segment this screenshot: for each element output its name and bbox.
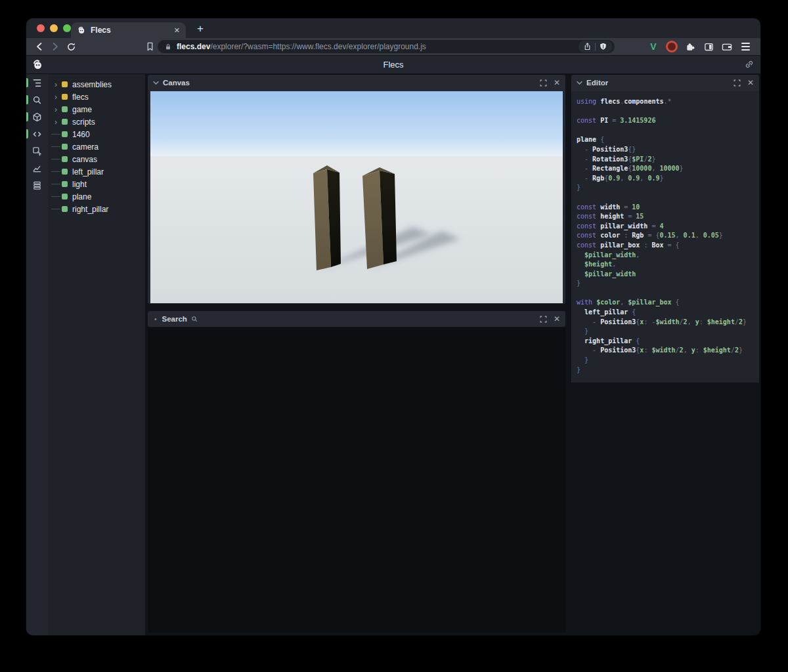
code-token: ,: [620, 299, 628, 306]
tree-connector: [51, 159, 62, 159]
shield-icon[interactable]: [599, 42, 607, 51]
sidebar-item-search[interactable]: [26, 91, 48, 108]
code-token: components: [624, 98, 663, 105]
side-panel-icon[interactable]: [703, 41, 714, 52]
code-token: }: [577, 280, 580, 287]
browser-tab[interactable]: Flecs ✕: [71, 22, 186, 38]
tree-item-game[interactable]: ›game: [48, 103, 145, 116]
tree-item-left_pillar[interactable]: left_pillar: [48, 165, 145, 178]
editor-panel-header: Editor ✕: [571, 75, 759, 91]
url-bar[interactable]: flecs.dev/explorer/?wasm=https://www.fle…: [158, 40, 615, 53]
code-token: [577, 261, 584, 268]
sidebar-item-entities[interactable]: [26, 108, 48, 125]
fullscreen-icon[interactable]: [540, 316, 547, 323]
fullscreen-icon[interactable]: [733, 79, 741, 87]
code-line: - Rectangle{10000, 10000}: [577, 164, 759, 174]
3d-viewport[interactable]: [150, 91, 563, 303]
sidebar-item-tree-view[interactable]: [26, 74, 48, 91]
tree-item-camera[interactable]: camera: [48, 140, 145, 153]
code-token: }: [651, 156, 655, 163]
entity-color-square: [62, 156, 68, 162]
tree-item-plane[interactable]: plane: [48, 190, 145, 203]
code-token: $pillar_width: [584, 270, 636, 278]
tree-connector: [51, 184, 62, 184]
url-domain: flecs.dev: [177, 42, 210, 51]
code-token: 4: [659, 222, 663, 230]
sidebar-item-inspect[interactable]: [26, 142, 48, 159]
chevron-down-icon[interactable]: [153, 81, 159, 85]
tree-item-right_pillar[interactable]: right_pillar: [48, 203, 145, 215]
tree-item-scripts[interactable]: ›scripts: [48, 116, 145, 128]
code-token: pillar_box: [600, 242, 640, 249]
link-icon[interactable]: [745, 60, 754, 72]
close-icon[interactable]: ✕: [554, 78, 560, 87]
expand-chevron-icon[interactable]: ›: [51, 93, 62, 101]
code-token: 10000: [659, 165, 679, 172]
share-icon[interactable]: [583, 42, 592, 51]
tree-connector: [51, 196, 62, 197]
code-token: ,: [688, 318, 695, 326]
code-token: 0.15: [659, 232, 675, 239]
bullet-icon[interactable]: •: [154, 316, 157, 323]
code-token: ,: [695, 232, 703, 239]
tree-item-assemblies[interactable]: ›assemblies: [48, 78, 145, 91]
code-token: $height: [707, 318, 735, 326]
sidebar-item-data[interactable]: [26, 177, 48, 194]
wallet-icon[interactable]: [721, 41, 733, 52]
sidebar-item-stats[interactable]: [26, 159, 48, 177]
tree-item-1460[interactable]: 1460: [48, 128, 145, 140]
code-token: ,: [651, 165, 659, 172]
expand-chevron-icon[interactable]: ›: [51, 81, 62, 89]
code-token: =: [620, 203, 632, 211]
entity-label: assemblies: [72, 80, 112, 89]
search-results-area[interactable]: [148, 327, 565, 633]
code-line: const width = 10: [577, 203, 759, 213]
bookmark-icon[interactable]: [143, 40, 156, 53]
code-token: [577, 308, 584, 316]
app-body: ›assemblies›flecs›game›scripts1460camera…: [26, 74, 760, 635]
vue-devtools-icon[interactable]: V: [647, 41, 659, 52]
fullscreen-icon[interactable]: [540, 79, 547, 87]
entity-label: game: [72, 105, 92, 114]
tab-close-icon[interactable]: ✕: [174, 26, 180, 35]
code-token: -: [584, 146, 592, 153]
tree-item-light[interactable]: light: [48, 178, 145, 190]
blocker-icon[interactable]: [666, 41, 678, 52]
code-line: with $color, $pillar_box {: [577, 298, 759, 308]
entity-label: left_pillar: [72, 167, 104, 177]
code-token: }: [584, 327, 588, 335]
code-token: using: [577, 98, 596, 105]
code-token: ,: [620, 175, 628, 182]
code-token: $PI: [632, 156, 644, 163]
code-editor[interactable]: using flecs.components.* const PI = 3.14…: [571, 91, 759, 383]
search-panel-header: • Search ✕: [148, 311, 565, 327]
menu-icon[interactable]: [739, 41, 751, 52]
code-line: - Rgb{0.9, 0.9, 0.9}: [577, 174, 759, 184]
code-line: }: [577, 279, 759, 289]
code-token: color: [600, 232, 620, 239]
tree-item-canvas[interactable]: canvas: [48, 153, 145, 165]
code-token: [577, 346, 592, 354]
code-line: }: [577, 183, 759, 193]
code-token: }: [577, 184, 580, 191]
code-token: PI: [600, 117, 608, 124]
chevron-down-icon[interactable]: [577, 81, 582, 85]
new-tab-button[interactable]: +: [192, 21, 209, 37]
expand-chevron-icon[interactable]: ›: [51, 106, 62, 114]
close-window-button[interactable]: [37, 24, 45, 32]
extensions-puzzle-icon[interactable]: [684, 41, 696, 52]
close-icon[interactable]: ✕: [747, 78, 754, 87]
reload-icon[interactable]: [64, 40, 77, 53]
close-icon[interactable]: ✕: [554, 314, 560, 324]
expand-chevron-icon[interactable]: ›: [51, 118, 62, 126]
back-icon[interactable]: [33, 40, 46, 53]
tree-item-flecs[interactable]: ›flecs: [48, 91, 145, 103]
code-token: :: [620, 232, 632, 239]
forward-icon[interactable]: [49, 40, 62, 53]
zoom-window-button[interactable]: [63, 24, 71, 32]
code-token: const: [577, 117, 596, 124]
minimize-window-button[interactable]: [50, 24, 58, 32]
entity-label: plane: [72, 192, 91, 201]
sidebar-item-code[interactable]: [26, 125, 48, 142]
code-line: left_pillar {: [577, 308, 759, 318]
